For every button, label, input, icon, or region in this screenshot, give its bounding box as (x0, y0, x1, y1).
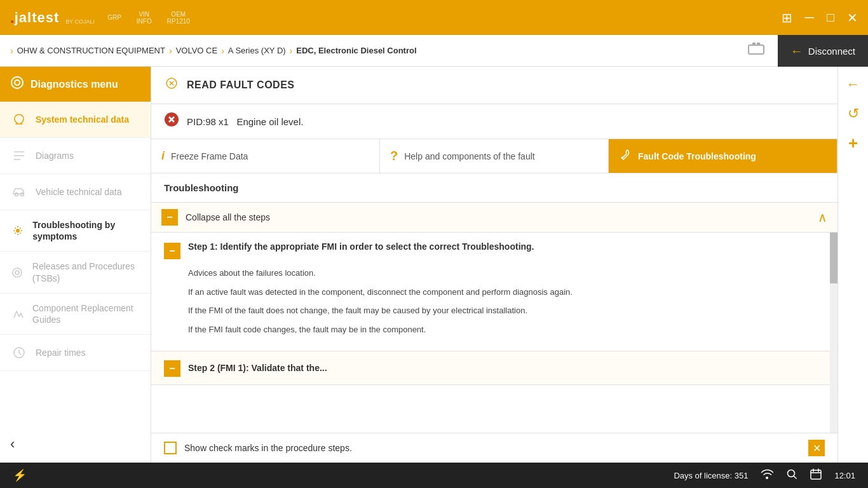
sidebar-item-component-replacement: Component Replacement Guides (0, 294, 151, 335)
breadcrumb-item-3[interactable]: EDC, Electronic Diesel Control (296, 46, 416, 55)
question-icon: ? (390, 149, 398, 163)
wrench-icon (619, 148, 632, 164)
tab-help-components[interactable]: ? Help and components of the fault (380, 139, 609, 173)
refresh-button[interactable]: ↺ (842, 102, 865, 125)
usb-icon: ⚡ (13, 468, 27, 482)
sidebar-item-label-vehicle-technical: Vehicle technical data (36, 186, 121, 198)
checkbox-label: Show check marks in the procedure steps. (184, 443, 801, 453)
svg-point-8 (13, 268, 22, 277)
step-2-title-partial: Step 2 (FMI 1): Validate that the... (188, 363, 327, 373)
sidebar-item-repair-times: Repair times (0, 335, 151, 371)
svg-point-9 (15, 271, 19, 274)
checkbox-row: Show check marks in the procedure steps.… (151, 433, 837, 463)
diagnostics-icon (10, 76, 24, 93)
sidebar-item-troubleshooting[interactable]: Troubleshooting by symptoms (0, 210, 151, 252)
repair-icon (10, 344, 28, 362)
bottom-bar-right: Days of license: 351 12:01 (674, 468, 855, 483)
step-2-partial: − Step 2 (FMI 1): Validate that the... (151, 351, 830, 385)
close-checkbox-button[interactable]: ✕ (808, 440, 825, 456)
oem-button[interactable]: OEM RP1210 (167, 11, 190, 25)
chevron-up-icon[interactable]: ∧ (818, 210, 827, 225)
step-1-line-1: If an active fault was detected in the c… (188, 286, 817, 299)
step-2-icon: − (164, 360, 180, 377)
grp-button[interactable]: GRP (107, 14, 121, 21)
main-layout: Diagnostics menu System technical data D… (0, 67, 868, 463)
sidebar-item-label-component: Component Replacement Guides (32, 302, 140, 325)
content-header: READ FAULT CODES (151, 67, 837, 104)
step-1-title: Step 1: Identify the appropriate FMI in … (188, 241, 534, 252)
top-bar: . jaltest BY COJALI GRP VIN INFO OEM RP1… (0, 0, 868, 35)
scrollbar-thumb[interactable] (830, 233, 837, 283)
svg-rect-0 (749, 45, 764, 54)
component-icon (10, 305, 25, 323)
breadcrumb-sep-0: › (10, 46, 13, 56)
fault-error-icon (164, 112, 179, 131)
breadcrumb-sep-1: › (169, 46, 172, 56)
content-header-title: READ FAULT CODES (187, 79, 294, 91)
breadcrumb-item-2[interactable]: A Series (XY D) (228, 46, 286, 55)
sidebar-header-label: Diagnostics menu (31, 79, 118, 90)
fault-row: PID:98 x1 Engine oil level. (151, 104, 837, 139)
logo-dot: . (10, 9, 15, 27)
diagrams-icon (10, 147, 28, 165)
fault-description: Engine oil level. (236, 116, 303, 127)
sidebar-item-label-troubleshooting: Troubleshooting by symptoms (32, 219, 140, 242)
fault-text: PID:98 x1 Engine oil level. (187, 116, 303, 127)
vin-button[interactable]: VIN INFO (137, 11, 152, 25)
connection-icon (746, 39, 766, 63)
omega-icon (10, 111, 28, 128)
step-1-line-2: If the FMI of the fault does not change,… (188, 304, 817, 317)
tab-freeze-frame[interactable]: i Freeze Frame Data (151, 139, 380, 173)
breadcrumb: › OHW & CONSTRUCTION EQUIPMENT › VOLVO C… (10, 46, 417, 56)
collapse-label: Collapse all the steps (186, 212, 810, 222)
svg-rect-14 (811, 470, 821, 479)
content-area: READ FAULT CODES PID:98 x1 Engine oil le… (151, 67, 837, 463)
checkbox[interactable] (164, 442, 177, 454)
step-1-block: − Step 1: Identify the appropriate FMI i… (151, 233, 830, 351)
sidebar-item-vehicle-technical: Vehicle technical data (0, 174, 151, 210)
top-nav: GRP VIN INFO OEM RP1210 (107, 11, 190, 25)
license-text: Days of license: 351 (674, 471, 748, 480)
breadcrumb-bar: › OHW & CONSTRUCTION EQUIPMENT › VOLVO C… (0, 35, 868, 67)
tab-help-label: Help and components of the fault (404, 151, 534, 161)
add-button[interactable]: + (842, 132, 865, 154)
fault-code: PID:98 x1 (187, 116, 229, 127)
maximize-icon[interactable]: □ (827, 10, 834, 25)
step-1-header: − Step 1: Identify the appropriate FMI i… (164, 241, 817, 259)
releases-icon (10, 264, 25, 281)
close-icon[interactable]: ✕ (847, 10, 858, 25)
sidebar-item-label-repair-times: Repair times (36, 347, 86, 358)
app-logo: . jaltest BY COJALI (10, 9, 95, 27)
tabs-row: i Freeze Frame Data ? Help and component… (151, 139, 837, 173)
sidebar-header: Diagnostics menu (0, 67, 151, 102)
breadcrumb-item-1[interactable]: VOLVO CE (176, 46, 218, 55)
grid-icon[interactable]: ⊞ (782, 10, 792, 25)
troubleshooting-body: Troubleshooting − Collapse all the steps… (151, 173, 837, 463)
sidebar-item-label-releases: Releases and Procedures (TSBs) (32, 261, 140, 283)
scrollbar-track[interactable] (830, 233, 837, 433)
steps-wrapper: − Step 1: Identify the appropriate FMI i… (151, 233, 837, 433)
tab-freeze-frame-label: Freeze Frame Data (171, 151, 248, 161)
breadcrumb-item-0[interactable]: OHW & CONSTRUCTION EQUIPMENT (17, 46, 165, 55)
sidebar-item-label-diagrams: Diagrams (36, 150, 74, 161)
troubleshooting-icon (10, 222, 25, 240)
tab-fault-troubleshooting[interactable]: Fault Code Troubleshooting (609, 139, 837, 173)
info-icon: i (161, 149, 165, 163)
svg-point-7 (16, 229, 20, 233)
sidebar-item-system-technical-data[interactable]: System technical data (0, 102, 151, 138)
disconnect-arrow-icon: ← (790, 44, 803, 58)
minimize-icon[interactable]: ─ (805, 10, 814, 25)
logo-text: jaltest (15, 10, 60, 26)
vehicle-icon (10, 183, 28, 201)
collapse-row[interactable]: − Collapse all the steps ∧ (151, 203, 837, 233)
svg-point-3 (11, 77, 23, 88)
steps-scroll[interactable]: − Step 1: Identify the appropriate FMI i… (151, 233, 830, 433)
back-arrow-button[interactable]: ← (842, 73, 865, 96)
sidebar-back-button[interactable]: ‹ (10, 436, 15, 452)
step-1-line-3: If the FMI fault code changes, the fault… (188, 323, 817, 336)
collapse-icon[interactable]: − (161, 209, 178, 226)
bottom-bar: ⚡ Days of license: 351 12:01 (0, 463, 868, 488)
step-1-icon: − (164, 243, 180, 259)
disconnect-button[interactable]: ← Disconnect (778, 35, 868, 67)
sidebar-item-label-system-technical: System technical data (36, 114, 129, 125)
